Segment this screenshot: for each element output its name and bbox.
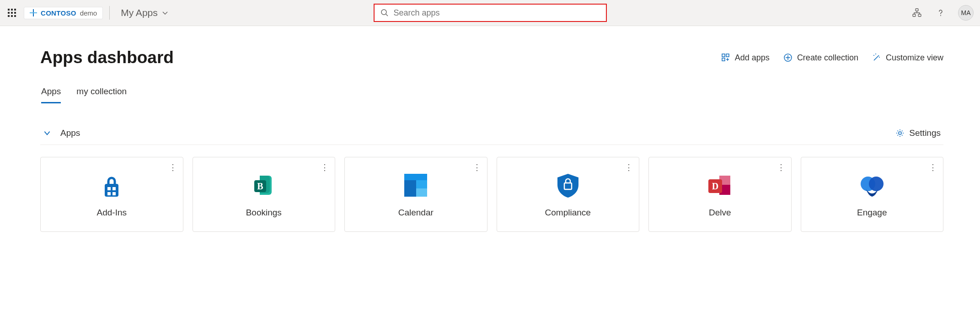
tab-apps[interactable]: Apps <box>41 86 61 103</box>
page-title: Apps dashboard <box>40 48 174 67</box>
delve-icon: D <box>706 171 734 199</box>
app-card-bookings[interactable]: ⋮ B Bookings <box>193 157 336 232</box>
svg-rect-6 <box>918 14 921 16</box>
app-card-delve[interactable]: ⋮ D Delve <box>648 157 792 232</box>
app-card-calendar[interactable]: ⋮ Calendar <box>344 157 487 232</box>
create-collection-button[interactable]: Create collection <box>783 53 858 63</box>
svg-point-2 <box>381 10 386 15</box>
app-card-compliance[interactable]: ⋮ Compliance <box>497 157 640 232</box>
svg-rect-25 <box>416 188 427 197</box>
compliance-icon <box>554 171 582 199</box>
search-box[interactable] <box>374 4 607 22</box>
calendar-icon <box>402 171 430 199</box>
addins-icon <box>97 171 126 199</box>
app-label: Add-Ins <box>97 208 127 218</box>
wand-icon <box>872 53 881 62</box>
top-bar: CONTOSO demo My Apps <box>0 0 980 26</box>
avatar-initials: MA <box>961 9 971 16</box>
brand-logo[interactable]: CONTOSO demo <box>24 7 103 19</box>
divider <box>109 6 110 20</box>
brand-name: CONTOSO <box>41 9 76 17</box>
svg-rect-16 <box>107 187 111 190</box>
tabs: Apps my collection <box>40 86 943 103</box>
svg-rect-9 <box>726 54 729 57</box>
more-icon[interactable]: ⋮ <box>777 162 786 173</box>
svg-rect-10 <box>722 58 725 61</box>
svg-text:B: B <box>257 181 263 191</box>
app-label: Calendar <box>398 208 434 218</box>
chevron-down-icon[interactable] <box>43 129 51 137</box>
add-apps-label: Add apps <box>735 53 770 63</box>
svg-rect-23 <box>404 174 427 180</box>
create-collection-label: Create collection <box>797 53 858 63</box>
svg-rect-5 <box>913 14 916 16</box>
section-title: Apps <box>60 128 80 138</box>
app-card-addins[interactable]: ⋮ Add-Ins <box>40 157 183 232</box>
add-apps-button[interactable]: Add apps <box>721 53 770 63</box>
svg-line-3 <box>386 14 388 16</box>
top-bar-right: MA <box>910 5 974 21</box>
search-container <box>374 4 607 22</box>
customize-view-label: Customize view <box>886 53 943 63</box>
svg-rect-8 <box>722 54 725 57</box>
search-input[interactable] <box>394 8 600 18</box>
svg-text:D: D <box>712 181 718 191</box>
svg-point-12 <box>873 55 874 56</box>
svg-rect-18 <box>107 192 111 195</box>
brand-suffix: demo <box>80 9 97 17</box>
contoso-icon <box>30 9 37 16</box>
search-icon <box>380 8 389 17</box>
section-divider <box>40 145 943 145</box>
apps-grid: ⋮ Add-Ins ⋮ B <box>40 157 943 232</box>
more-icon[interactable]: ⋮ <box>472 162 482 173</box>
nav-dropdown[interactable]: My Apps <box>116 5 173 21</box>
svg-rect-1 <box>30 12 37 13</box>
app-label: Compliance <box>545 208 591 218</box>
svg-point-14 <box>879 57 880 58</box>
svg-point-7 <box>940 15 941 16</box>
tab-my-collection[interactable]: my collection <box>76 86 127 103</box>
svg-point-13 <box>875 54 876 54</box>
customize-view-button[interactable]: Customize view <box>872 53 943 63</box>
plus-circle-icon <box>783 53 793 62</box>
settings-button[interactable]: Settings <box>895 128 941 138</box>
main-content: Apps dashboard Add apps <box>0 26 980 250</box>
engage-icon <box>858 171 886 199</box>
app-card-engage[interactable]: ⋮ Engage <box>801 157 944 232</box>
app-label: Bookings <box>246 208 282 218</box>
svg-rect-17 <box>112 187 116 190</box>
app-label: Delve <box>709 208 731 218</box>
page-header: Apps dashboard Add apps <box>40 48 943 67</box>
svg-point-32 <box>869 177 884 191</box>
more-icon[interactable]: ⋮ <box>168 162 177 173</box>
more-icon[interactable]: ⋮ <box>320 162 329 173</box>
org-chart-icon[interactable] <box>910 6 923 19</box>
more-icon[interactable]: ⋮ <box>624 162 633 173</box>
chevron-down-icon <box>161 9 169 16</box>
add-apps-icon <box>721 53 730 62</box>
svg-rect-4 <box>916 9 918 11</box>
gear-icon <box>895 129 905 138</box>
section-header: Apps Settings <box>40 128 943 145</box>
app-label: Engage <box>857 208 887 218</box>
svg-point-15 <box>899 132 901 134</box>
command-bar: Add apps Create collection <box>721 53 943 63</box>
more-icon[interactable]: ⋮ <box>928 162 937 173</box>
nav-label: My Apps <box>121 7 158 18</box>
app-launcher-icon[interactable] <box>6 7 17 18</box>
svg-rect-19 <box>112 192 116 195</box>
avatar[interactable]: MA <box>958 5 974 21</box>
settings-label: Settings <box>909 128 941 138</box>
help-icon[interactable] <box>934 6 947 19</box>
bookings-icon: B <box>250 171 278 199</box>
